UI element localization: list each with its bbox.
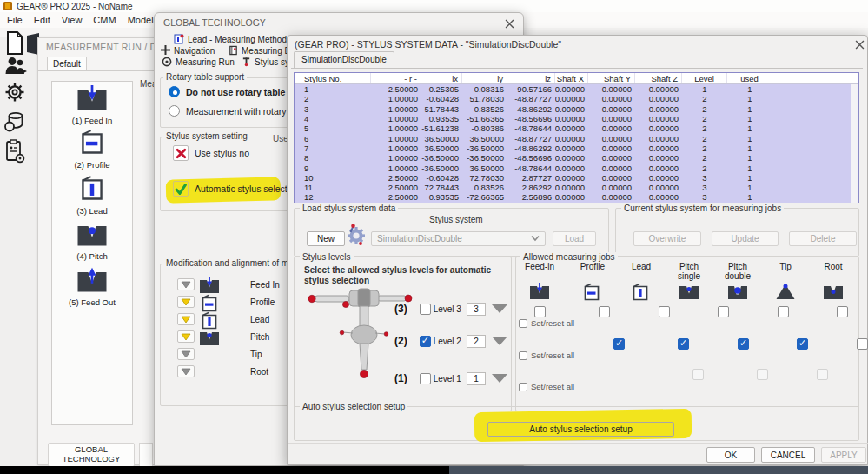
measuring-step[interactable]: (1) Feed In [52, 85, 132, 125]
feed-in-icon [528, 283, 551, 304]
set-reset-checkbox[interactable] [519, 319, 527, 328]
set-reset-all[interactable]: Set/reset all [519, 350, 574, 360]
set-reset-checkbox[interactable] [519, 351, 527, 360]
new-button[interactable]: New [307, 231, 345, 246]
table-row[interactable]: 71.0000036.50000-36.50000-48.862920.0000… [295, 144, 858, 153]
table-row[interactable]: 51.00000-51.61238-0.80386-48.786440.0000… [295, 124, 858, 133]
gear-icon[interactable] [4, 82, 25, 106]
table-row[interactable]: 81.00000-36.50000-36.50000-48.566960.000… [295, 153, 858, 163]
table-row[interactable]: 21.00000-0.6042851.78030-48.877270.00000… [295, 94, 858, 103]
update-button[interactable]: Update [712, 231, 779, 246]
level-value-input[interactable]: 2 [467, 335, 486, 348]
table-row[interactable]: 112.5000072.784430.835262.862920.000000.… [295, 183, 858, 192]
tab-default[interactable]: Default [47, 57, 87, 70]
global-technology-button[interactable]: GLOBAL TECHNOLO­GY [48, 443, 135, 467]
gt-tab-label: Navigation [174, 46, 215, 56]
automatic-stylus-selection-row[interactable]: Automatic stylus selection [173, 181, 300, 197]
table-row[interactable]: 31.0000051.784430.83526-48.862920.000000… [295, 104, 858, 114]
job-checkbox[interactable] [837, 306, 848, 317]
menu-item-file[interactable]: File [7, 15, 23, 25]
table-cell: 1 [727, 84, 772, 94]
rotary-option[interactable]: Do not use rotary table [169, 86, 285, 97]
new-file-icon[interactable] [5, 31, 24, 59]
gt-tab-lead-measuring-methods[interactable]: Lead - Measuring Methods [174, 34, 291, 45]
table-cell: 0.00000 [588, 144, 635, 153]
expand-arrow-button[interactable] [177, 278, 195, 290]
table-row[interactable]: 102.50000-0.6042872.780302.877270.000000… [295, 173, 858, 183]
expand-arrow-button[interactable] [177, 365, 195, 377]
job-checkbox[interactable] [757, 369, 768, 380]
expand-arrow-button[interactable] [177, 330, 195, 343]
database-icon[interactable] [3, 111, 26, 136]
cancel-button[interactable]: CANCEL [761, 447, 815, 463]
auto-stylus-selection-setup-button[interactable]: Auto stylus selection setup [487, 422, 674, 437]
radio-button[interactable] [169, 86, 180, 97]
stylus-system-dropdown[interactable]: SimulationDiscDouble [371, 231, 546, 246]
level-dropdown-arrow[interactable] [492, 304, 507, 313]
report-settings-icon[interactable] [4, 139, 25, 167]
level-value-input[interactable]: 3 [467, 303, 486, 316]
job-checkbox[interactable] [857, 338, 868, 350]
table-row[interactable]: 12.500000.25305-0.08316-90.571660.000000… [295, 84, 858, 94]
level-checkbox[interactable] [420, 336, 431, 347]
set-reset-all[interactable]: Set/reset all [519, 382, 574, 391]
job-checkbox[interactable] [613, 338, 625, 350]
close-icon[interactable] [502, 17, 516, 30]
set-reset-all[interactable]: Set/reset all [519, 318, 574, 328]
measuring-step[interactable]: (2) Profile [52, 129, 132, 170]
delete-button[interactable]: Delete [789, 231, 857, 246]
job-checkbox[interactable] [797, 338, 808, 350]
menu-item-view[interactable]: View [62, 15, 83, 25]
job-checkbox[interactable] [778, 306, 789, 317]
table-cell: 1.00000 [371, 163, 421, 172]
use-stylus-no-row[interactable]: Use stylus no [173, 145, 249, 161]
level-checkbox[interactable] [420, 373, 431, 384]
users-icon[interactable] [4, 56, 27, 80]
radio-button[interactable] [169, 105, 180, 117]
job-checkbox[interactable] [599, 306, 610, 317]
job-checkbox[interactable] [659, 306, 670, 317]
tab-simulationdiscdouble[interactable]: SimulationDiscDouble [294, 51, 394, 68]
job-checkbox[interactable] [692, 369, 704, 380]
green-check-icon[interactable] [173, 181, 189, 197]
expand-arrow-button[interactable] [177, 348, 195, 360]
table-cell-filler [772, 94, 858, 103]
measuring-step[interactable]: (5) Feed Out [52, 267, 132, 307]
table-scrollbar[interactable] [851, 84, 858, 203]
load-button[interactable]: Load [553, 231, 596, 246]
table-row[interactable]: 122.500000.93535-72.663652.568960.000000… [295, 192, 858, 202]
level-checkbox[interactable] [420, 304, 431, 315]
job-checkbox[interactable] [718, 306, 729, 317]
expand-arrow-button[interactable] [177, 313, 195, 325]
apply-button[interactable]: APPLY [821, 447, 866, 463]
job-checkbox[interactable] [534, 306, 546, 317]
job-checkbox[interactable] [738, 338, 749, 350]
partial-button[interactable] [139, 443, 153, 467]
red-x-icon[interactable] [173, 145, 189, 161]
expand-arrow-button[interactable] [177, 296, 195, 308]
gt-tab-measuring-run[interactable]: Measuring Run [162, 57, 235, 68]
table-cell: -36.50000 [462, 153, 507, 163]
menu-item-edit[interactable]: Edit [34, 15, 50, 25]
measuring-step[interactable]: (4) Pitch [52, 221, 132, 261]
nav-cross-icon [161, 45, 170, 57]
table-cell: 0.93535 [421, 192, 462, 202]
overwrite-button[interactable]: Overwrite [633, 231, 701, 246]
dialog-title: GLOBAL TECHNOLOGY [163, 17, 266, 28]
table-row[interactable]: 91.00000-36.5000036.50000-48.786440.0000… [295, 163, 858, 172]
level-dropdown-arrow[interactable] [492, 374, 507, 383]
table-cell-filler [772, 163, 858, 172]
table-row[interactable]: 41.000000.93535-51.66365-48.566960.00000… [295, 114, 858, 124]
set-reset-checkbox[interactable] [519, 383, 527, 391]
ok-button[interactable]: OK [706, 447, 755, 463]
level-value-input[interactable]: 1 [467, 372, 486, 385]
table-row[interactable]: 61.0000036.5000036.50000-48.877270.00000… [295, 133, 858, 143]
menu-item-cmm[interactable]: CMM [93, 15, 116, 25]
close-icon[interactable] [852, 37, 866, 51]
measuring-step[interactable]: (3) Lead [52, 175, 132, 216]
job-checkbox[interactable] [678, 338, 689, 350]
job-checkbox[interactable] [817, 369, 828, 380]
menu-item-model[interactable]: Model [128, 15, 154, 25]
gt-tab-navigation[interactable]: Navigation [161, 45, 215, 57]
level-dropdown-arrow[interactable] [492, 337, 507, 345]
